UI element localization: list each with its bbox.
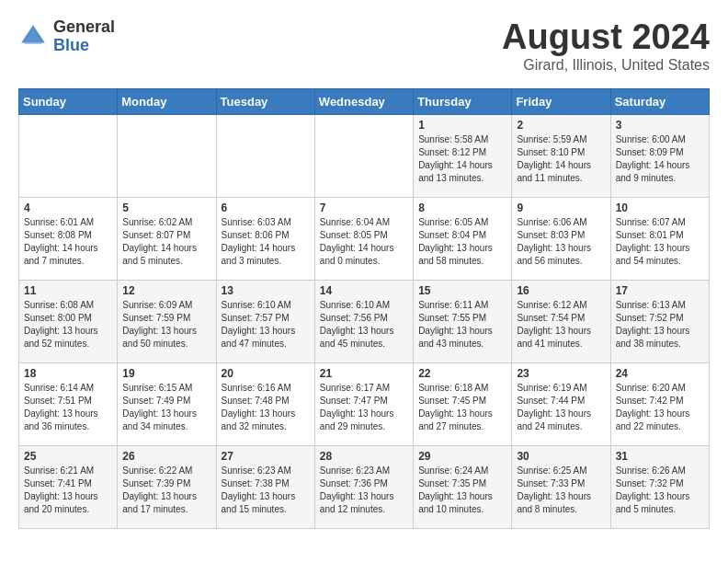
logo-text: General Blue (53, 18, 115, 55)
weekday-header-monday: Monday (118, 88, 216, 114)
calendar-cell: 5Sunrise: 6:02 AM Sunset: 8:07 PM Daylig… (118, 197, 216, 280)
day-number: 25 (24, 450, 112, 463)
day-info: Sunrise: 6:11 AM Sunset: 7:55 PM Dayligh… (418, 299, 506, 350)
weekday-header-wednesday: Wednesday (314, 88, 413, 114)
day-info: Sunrise: 6:08 AM Sunset: 8:00 PM Dayligh… (24, 299, 112, 350)
day-number: 31 (616, 450, 704, 463)
day-info: Sunrise: 6:26 AM Sunset: 7:32 PM Dayligh… (616, 465, 704, 516)
day-info: Sunrise: 6:21 AM Sunset: 7:41 PM Dayligh… (24, 465, 112, 516)
day-number: 11 (24, 284, 112, 297)
calendar-cell: 7Sunrise: 6:04 AM Sunset: 8:05 PM Daylig… (314, 197, 413, 280)
day-info: Sunrise: 5:59 AM Sunset: 8:10 PM Dayligh… (517, 133, 605, 185)
calendar-week-5: 25Sunrise: 6:21 AM Sunset: 7:41 PM Dayli… (19, 445, 710, 528)
calendar-cell: 1Sunrise: 5:58 AM Sunset: 8:12 PM Daylig… (414, 114, 512, 197)
day-number: 8 (418, 201, 506, 214)
weekday-header-sunday: Sunday (19, 88, 118, 114)
day-info: Sunrise: 6:03 AM Sunset: 8:06 PM Dayligh… (222, 216, 310, 268)
day-info: Sunrise: 6:09 AM Sunset: 7:59 PM Dayligh… (122, 299, 210, 350)
day-info: Sunrise: 6:06 AM Sunset: 8:03 PM Dayligh… (517, 216, 605, 268)
day-number: 24 (616, 367, 704, 380)
calendar-cell (314, 114, 413, 197)
calendar-cell: 16Sunrise: 6:12 AM Sunset: 7:54 PM Dayli… (512, 280, 610, 362)
logo-general-text: General (53, 18, 115, 37)
day-info: Sunrise: 6:24 AM Sunset: 7:35 PM Dayligh… (418, 465, 506, 516)
day-number: 29 (418, 450, 506, 463)
day-number: 20 (222, 367, 310, 380)
location-text: Girard, Illinois, United States (502, 57, 710, 74)
calendar-cell: 11Sunrise: 6:08 AM Sunset: 8:00 PM Dayli… (19, 280, 118, 362)
calendar-cell: 17Sunrise: 6:13 AM Sunset: 7:52 PM Dayli… (610, 280, 709, 362)
day-number: 7 (320, 201, 408, 214)
day-number: 4 (24, 201, 112, 214)
logo: General Blue (18, 18, 115, 55)
logo-blue-text: Blue (53, 37, 115, 55)
calendar-cell: 30Sunrise: 6:25 AM Sunset: 7:33 PM Dayli… (512, 445, 610, 528)
day-number: 1 (418, 119, 506, 132)
calendar-cell: 9Sunrise: 6:06 AM Sunset: 8:03 PM Daylig… (512, 197, 610, 280)
weekday-header-row: SundayMondayTuesdayWednesdayThursdayFrid… (19, 88, 710, 114)
calendar-cell: 25Sunrise: 6:21 AM Sunset: 7:41 PM Dayli… (19, 445, 118, 528)
calendar-cell: 8Sunrise: 6:05 AM Sunset: 8:04 PM Daylig… (414, 197, 512, 280)
day-number: 19 (122, 367, 210, 380)
calendar-table: SundayMondayTuesdayWednesdayThursdayFrid… (18, 88, 710, 529)
calendar-cell: 24Sunrise: 6:20 AM Sunset: 7:42 PM Dayli… (610, 362, 709, 445)
day-number: 5 (122, 201, 210, 214)
day-info: Sunrise: 6:00 AM Sunset: 8:09 PM Dayligh… (616, 133, 704, 185)
day-number: 13 (222, 284, 310, 297)
calendar-cell: 4Sunrise: 6:01 AM Sunset: 8:08 PM Daylig… (19, 197, 118, 280)
day-info: Sunrise: 6:10 AM Sunset: 7:57 PM Dayligh… (222, 299, 310, 350)
day-number: 16 (517, 284, 605, 297)
calendar-cell: 19Sunrise: 6:15 AM Sunset: 7:49 PM Dayli… (118, 362, 216, 445)
day-number: 3 (616, 119, 704, 132)
day-number: 6 (222, 201, 310, 214)
day-info: Sunrise: 6:25 AM Sunset: 7:33 PM Dayligh… (517, 465, 605, 516)
day-number: 2 (517, 119, 605, 132)
day-info: Sunrise: 6:12 AM Sunset: 7:54 PM Dayligh… (517, 299, 605, 350)
calendar-cell: 13Sunrise: 6:10 AM Sunset: 7:57 PM Dayli… (216, 280, 314, 362)
weekday-header-friday: Friday (512, 88, 610, 114)
calendar-header: SundayMondayTuesdayWednesdayThursdayFrid… (19, 88, 710, 114)
day-info: Sunrise: 6:05 AM Sunset: 8:04 PM Dayligh… (418, 216, 506, 268)
calendar-week-1: 1Sunrise: 5:58 AM Sunset: 8:12 PM Daylig… (19, 114, 710, 197)
weekday-header-thursday: Thursday (414, 88, 512, 114)
calendar-cell: 28Sunrise: 6:23 AM Sunset: 7:36 PM Dayli… (314, 445, 413, 528)
day-number: 9 (517, 201, 605, 214)
day-number: 10 (616, 201, 704, 214)
calendar-cell: 21Sunrise: 6:17 AM Sunset: 7:47 PM Dayli… (314, 362, 413, 445)
calendar-week-4: 18Sunrise: 6:14 AM Sunset: 7:51 PM Dayli… (19, 362, 710, 445)
weekday-header-tuesday: Tuesday (216, 88, 314, 114)
calendar-cell: 22Sunrise: 6:18 AM Sunset: 7:45 PM Dayli… (414, 362, 512, 445)
day-info: Sunrise: 6:13 AM Sunset: 7:52 PM Dayligh… (616, 299, 704, 350)
calendar-cell: 26Sunrise: 6:22 AM Sunset: 7:39 PM Dayli… (118, 445, 216, 528)
day-info: Sunrise: 6:01 AM Sunset: 8:08 PM Dayligh… (24, 216, 112, 268)
calendar-cell: 12Sunrise: 6:09 AM Sunset: 7:59 PM Dayli… (118, 280, 216, 362)
day-number: 15 (418, 284, 506, 297)
calendar-cell: 29Sunrise: 6:24 AM Sunset: 7:35 PM Dayli… (414, 445, 512, 528)
calendar-cell: 3Sunrise: 6:00 AM Sunset: 8:09 PM Daylig… (610, 114, 709, 197)
calendar-cell: 18Sunrise: 6:14 AM Sunset: 7:51 PM Dayli… (19, 362, 118, 445)
day-number: 27 (222, 450, 310, 463)
day-info: Sunrise: 6:14 AM Sunset: 7:51 PM Dayligh… (24, 382, 112, 433)
day-number: 14 (320, 284, 408, 297)
day-number: 23 (517, 367, 605, 380)
title-block: August 2024 Girard, Illinois, United Sta… (502, 18, 710, 74)
day-number: 22 (418, 367, 506, 380)
day-number: 17 (616, 284, 704, 297)
day-info: Sunrise: 6:17 AM Sunset: 7:47 PM Dayligh… (320, 382, 408, 433)
calendar-body: 1Sunrise: 5:58 AM Sunset: 8:12 PM Daylig… (19, 114, 710, 528)
calendar-cell: 2Sunrise: 5:59 AM Sunset: 8:10 PM Daylig… (512, 114, 610, 197)
weekday-header-saturday: Saturday (610, 88, 709, 114)
day-number: 18 (24, 367, 112, 380)
day-info: Sunrise: 6:20 AM Sunset: 7:42 PM Dayligh… (616, 382, 704, 433)
calendar-cell: 31Sunrise: 6:26 AM Sunset: 7:32 PM Dayli… (610, 445, 709, 528)
calendar-week-2: 4Sunrise: 6:01 AM Sunset: 8:08 PM Daylig… (19, 197, 710, 280)
day-info: Sunrise: 5:58 AM Sunset: 8:12 PM Dayligh… (418, 133, 506, 185)
day-info: Sunrise: 6:23 AM Sunset: 7:38 PM Dayligh… (222, 465, 310, 516)
day-number: 12 (122, 284, 210, 297)
day-info: Sunrise: 6:07 AM Sunset: 8:01 PM Dayligh… (616, 216, 704, 268)
calendar-cell: 14Sunrise: 6:10 AM Sunset: 7:56 PM Dayli… (314, 280, 413, 362)
day-info: Sunrise: 6:18 AM Sunset: 7:45 PM Dayligh… (418, 382, 506, 433)
day-info: Sunrise: 6:04 AM Sunset: 8:05 PM Dayligh… (320, 216, 408, 268)
page-header: General Blue August 2024 Girard, Illinoi… (18, 18, 710, 74)
calendar-cell: 15Sunrise: 6:11 AM Sunset: 7:55 PM Dayli… (414, 280, 512, 362)
